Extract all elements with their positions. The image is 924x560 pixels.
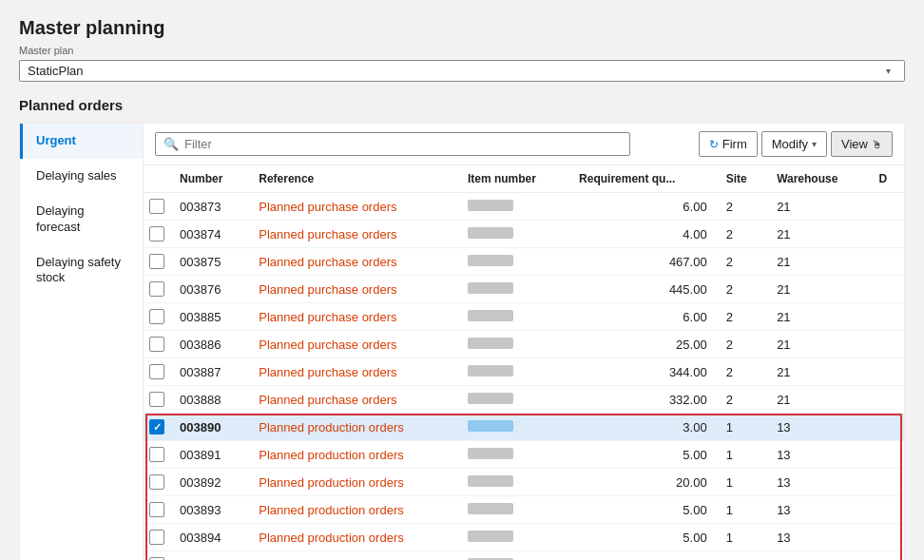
row-item-number xyxy=(458,248,569,276)
item-bar-icon xyxy=(468,338,513,349)
row-reference[interactable]: Planned purchase orders xyxy=(249,276,458,303)
item-bar-icon xyxy=(468,503,513,514)
row-reference[interactable]: Planned production orders xyxy=(249,469,458,496)
row-reference[interactable]: Planned production orders xyxy=(249,496,458,524)
header-item-number: Item number xyxy=(458,165,569,193)
row-req-qty: 445.00 xyxy=(569,276,717,303)
row-reference[interactable]: Planned purchase orders xyxy=(249,221,458,248)
row-reference[interactable]: Planned purchase orders xyxy=(249,303,458,331)
filter-input[interactable] xyxy=(184,137,622,151)
row-checkbox[interactable] xyxy=(144,524,170,551)
sidebar-item-delaying-sales[interactable]: Delaying sales xyxy=(20,159,143,194)
row-reference[interactable]: Planned purchase orders xyxy=(249,386,458,414)
view-button[interactable]: View 🖱 xyxy=(831,131,893,157)
row-site: 2 xyxy=(717,331,768,358)
row-number: 003876 xyxy=(170,276,249,303)
item-bar-icon xyxy=(468,448,513,459)
row-checkbox[interactable] xyxy=(144,496,170,524)
row-warehouse: 21 xyxy=(767,221,869,248)
row-d xyxy=(869,358,904,386)
row-reference[interactable]: Planned purchase orders xyxy=(249,193,458,221)
table-row[interactable]: 003886Planned purchase orders25.00221 xyxy=(144,331,904,358)
checkbox-unchecked[interactable] xyxy=(149,364,164,379)
modify-button[interactable]: Modify ▾ xyxy=(761,131,827,157)
cursor-icon: 🖱 xyxy=(872,139,882,150)
toolbar-actions: ↻ Firm Modify ▾ View 🖱 xyxy=(699,131,893,157)
table-row[interactable]: 003873Planned purchase orders6.00221 xyxy=(144,193,904,221)
row-checkbox[interactable] xyxy=(144,221,170,248)
table-row[interactable]: 003885Planned purchase orders6.00221 xyxy=(144,303,904,331)
row-req-qty: 4.00 xyxy=(569,221,717,248)
checkbox-unchecked[interactable] xyxy=(149,199,164,214)
row-req-qty: 5.00 xyxy=(569,524,717,551)
table-row[interactable]: 003876Planned purchase orders445.00221 xyxy=(144,276,904,303)
row-reference[interactable]: Planned production orders xyxy=(249,441,458,469)
checkbox-unchecked[interactable] xyxy=(149,530,164,545)
table-row[interactable]: 003874Planned purchase orders4.00221 xyxy=(144,221,904,248)
row-req-qty: 332.00 xyxy=(569,386,717,414)
checkbox-unchecked[interactable] xyxy=(149,281,164,297)
table-row[interactable]: 003887Planned purchase orders344.00221 xyxy=(144,358,904,386)
row-checkbox[interactable] xyxy=(144,469,170,496)
checkbox-unchecked[interactable] xyxy=(149,226,164,241)
row-number: 003874 xyxy=(170,221,249,248)
checkbox-unchecked[interactable] xyxy=(149,254,164,269)
sidebar-item-delaying-forecast[interactable]: Delaying forecast xyxy=(20,194,143,245)
row-d xyxy=(869,441,904,469)
row-checkbox[interactable] xyxy=(144,358,170,386)
row-reference[interactable]: Planned production orders xyxy=(249,551,458,561)
checkbox-unchecked[interactable] xyxy=(149,392,164,407)
modify-chevron-icon: ▾ xyxy=(812,139,817,149)
row-reference[interactable]: Planned purchase orders xyxy=(249,248,458,276)
row-checkbox[interactable] xyxy=(144,276,170,303)
row-warehouse: 13 xyxy=(767,414,869,441)
master-plan-label: Master plan xyxy=(19,45,905,56)
row-checkbox[interactable] xyxy=(144,386,170,414)
firm-button[interactable]: ↻ Firm xyxy=(699,131,758,157)
table-header-row: Number Reference Item number Requirement… xyxy=(144,165,904,193)
item-bar-icon xyxy=(468,475,513,487)
item-bar-icon xyxy=(468,393,513,404)
row-reference[interactable]: Planned production orders xyxy=(249,524,458,551)
table-row[interactable]: 003894Planned production orders5.00113 xyxy=(144,524,904,551)
table-row[interactable]: 003895Planned production orders16.00113 xyxy=(144,551,904,561)
row-d xyxy=(869,276,904,303)
row-d xyxy=(869,303,904,331)
table-row[interactable]: 003893Planned production orders5.00113 xyxy=(144,496,904,524)
sidebar-item-delaying-safety-stock[interactable]: Delaying safety stock xyxy=(20,245,143,297)
row-reference[interactable]: Planned purchase orders xyxy=(249,331,458,358)
row-reference[interactable]: Planned production orders xyxy=(249,414,458,441)
row-checkbox[interactable] xyxy=(144,414,170,441)
table-row[interactable]: 003890Planned production orders3.00113 xyxy=(144,414,904,441)
filter-box[interactable]: 🔍 xyxy=(155,132,630,156)
row-reference[interactable]: Planned purchase orders xyxy=(249,358,458,386)
row-checkbox[interactable] xyxy=(144,331,170,358)
table-row[interactable]: 003875Planned purchase orders467.00221 xyxy=(144,248,904,276)
row-checkbox[interactable] xyxy=(144,248,170,276)
row-site: 2 xyxy=(717,221,768,248)
row-number: 003891 xyxy=(170,441,249,469)
checkbox-unchecked[interactable] xyxy=(149,447,164,462)
checkbox-unchecked[interactable] xyxy=(149,309,164,324)
row-site: 1 xyxy=(717,441,768,469)
checkbox-unchecked[interactable] xyxy=(149,337,164,352)
row-checkbox[interactable] xyxy=(144,303,170,331)
row-checkbox[interactable] xyxy=(144,193,170,221)
content-area: UrgentDelaying salesDelaying forecastDel… xyxy=(19,123,905,560)
master-plan-dropdown[interactable]: StaticPlan ▾ xyxy=(19,60,905,82)
table-row[interactable]: 003891Planned production orders5.00113 xyxy=(144,441,904,469)
sidebar-item-urgent[interactable]: Urgent xyxy=(20,124,143,159)
row-site: 2 xyxy=(717,276,768,303)
row-checkbox[interactable] xyxy=(144,551,170,561)
table-row[interactable]: 003892Planned production orders20.00113 xyxy=(144,469,904,496)
row-warehouse: 13 xyxy=(767,441,869,469)
table-row[interactable]: 003888Planned purchase orders332.00221 xyxy=(144,386,904,414)
row-site: 1 xyxy=(717,496,768,524)
row-site: 2 xyxy=(717,303,768,331)
checkbox-unchecked[interactable] xyxy=(149,474,164,490)
row-item-number xyxy=(458,358,569,386)
row-item-number xyxy=(458,331,569,358)
checkbox-checked[interactable] xyxy=(149,419,164,434)
checkbox-unchecked[interactable] xyxy=(149,502,164,517)
row-checkbox[interactable] xyxy=(144,441,170,469)
